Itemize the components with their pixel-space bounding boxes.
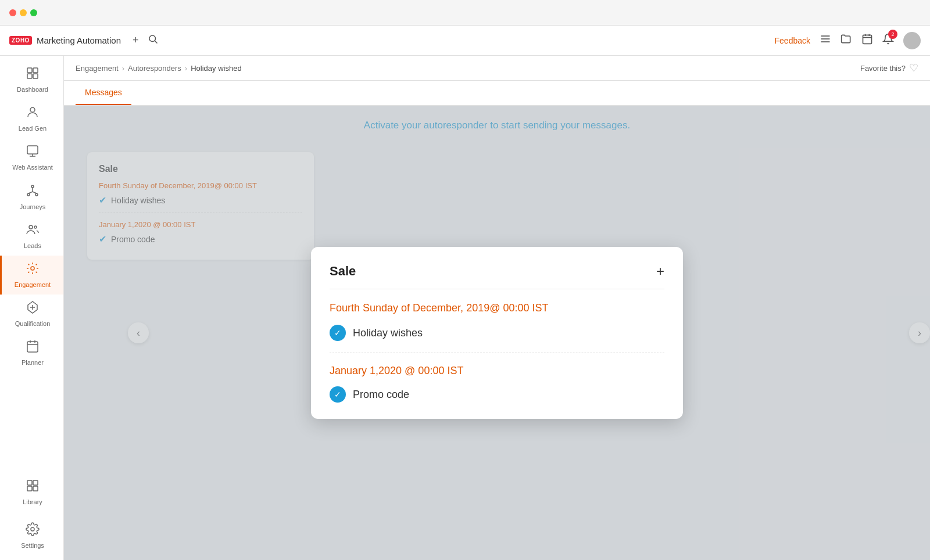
maximize-button[interactable] [30, 9, 37, 16]
title-bar [0, 0, 930, 26]
qualification-icon [26, 300, 40, 318]
leads-label: Leads [24, 242, 41, 250]
modal-item-2: ✓ Promo code [330, 386, 664, 403]
svg-rect-5 [863, 35, 872, 44]
svg-point-15 [31, 185, 34, 188]
logo-area: ZOHO Marketing Automation [9, 35, 121, 45]
svg-rect-32 [33, 480, 38, 485]
leads-icon [26, 222, 40, 240]
page-content: Activate your autoresponder to start sen… [64, 106, 930, 560]
modal-divider [330, 289, 664, 289]
add-icon[interactable]: + [133, 34, 139, 46]
breadcrumb-autoresponders[interactable]: Autoresponders [128, 64, 181, 73]
breadcrumb-current: Holiday wished [191, 64, 241, 73]
feedback-link[interactable]: Feedback [775, 36, 810, 45]
top-nav-right: Feedback 2 [775, 32, 921, 49]
planner-label: Planner [22, 359, 44, 367]
sidebar: Dashboard Lead Gen Web Assistant Journey… [0, 56, 64, 560]
settings-label: Settings [21, 542, 44, 550]
svg-point-23 [31, 267, 34, 270]
modal-date-2: January 1,2020 @ 00:00 IST [330, 365, 664, 377]
zoho-logo: ZOHO [9, 36, 32, 45]
avatar[interactable] [903, 32, 921, 49]
svg-rect-33 [27, 486, 32, 491]
nav-icons: + [133, 34, 159, 47]
lead-gen-icon [26, 105, 40, 123]
web-assistant-icon [26, 144, 40, 161]
sidebar-item-qualification[interactable]: Qualification [0, 295, 63, 333]
svg-rect-9 [27, 68, 32, 73]
breadcrumb-right: Favorite this? ♡ [860, 62, 918, 74]
main-layout: Dashboard Lead Gen Web Assistant Journey… [0, 56, 930, 560]
svg-rect-10 [33, 68, 38, 73]
library-label: Library [23, 498, 42, 506]
sidebar-item-settings[interactable]: Settings [0, 516, 63, 555]
bell-icon[interactable]: 2 [882, 33, 894, 48]
search-icon[interactable] [148, 34, 158, 47]
modal-check-2: ✓ [330, 386, 346, 403]
modal-overlay: Sale + Fourth Sunday of December, 2019@ … [64, 106, 930, 560]
svg-rect-12 [33, 74, 38, 78]
traffic-lights [9, 9, 37, 16]
breadcrumb: Engagement › Autoresponders › Holiday wi… [64, 56, 930, 81]
web-assistant-label: Web Assistant [12, 164, 53, 171]
modal-item-label-1: Holiday wishes [353, 327, 423, 339]
modal-add-button[interactable]: + [656, 263, 664, 279]
svg-point-22 [34, 226, 37, 228]
tab-messages[interactable]: Messages [76, 81, 131, 105]
engagement-icon [26, 261, 40, 279]
svg-point-17 [35, 193, 38, 196]
dashboard-label: Dashboard [17, 86, 48, 94]
modal-check-1: ✓ [330, 325, 346, 341]
notification-badge: 2 [888, 30, 897, 39]
svg-point-21 [29, 225, 33, 229]
list-icon[interactable] [820, 33, 831, 48]
breadcrumb-sep-1: › [122, 64, 124, 73]
content-area: Engagement › Autoresponders › Holiday wi… [64, 56, 930, 560]
modal-item-1: ✓ Holiday wishes [330, 325, 664, 341]
tabs-bar: Messages [64, 81, 930, 106]
engagement-label: Engagement [15, 281, 51, 289]
sidebar-item-engagement[interactable]: Engagement [0, 256, 63, 295]
sidebar-item-web-assistant[interactable]: Web Assistant [0, 138, 63, 177]
close-button[interactable] [9, 9, 16, 16]
sidebar-item-library[interactable]: Library [0, 473, 63, 512]
calendar-icon[interactable] [861, 33, 873, 48]
svg-line-19 [28, 192, 33, 193]
favorite-label: Favorite this? [860, 64, 906, 73]
breadcrumb-sep-2: › [185, 64, 187, 73]
svg-rect-34 [33, 486, 38, 491]
svg-rect-31 [27, 480, 32, 485]
journeys-label: Journeys [20, 203, 46, 211]
svg-rect-27 [27, 342, 38, 352]
svg-point-16 [27, 193, 30, 196]
sidebar-item-leads[interactable]: Leads [0, 217, 63, 256]
svg-point-0 [149, 35, 156, 42]
svg-rect-14 [27, 146, 38, 154]
modal-dashed-divider [330, 353, 664, 353]
modal-card: Sale + Fourth Sunday of December, 2019@ … [311, 247, 683, 419]
app-title: Marketing Automation [37, 35, 121, 45]
heart-icon[interactable]: ♡ [909, 62, 918, 74]
sidebar-item-journeys[interactable]: Journeys [0, 178, 63, 217]
top-nav: ZOHO Marketing Automation + Feedback 2 [0, 26, 930, 56]
svg-point-13 [30, 107, 35, 112]
modal-item-label-2: Promo code [353, 389, 409, 401]
dashboard-icon [26, 66, 40, 84]
lead-gen-label: Lead Gen [19, 125, 46, 132]
modal-header: Sale + [330, 263, 664, 279]
svg-line-1 [155, 41, 158, 43]
sidebar-item-planner[interactable]: Planner [0, 333, 63, 372]
breadcrumb-engagement[interactable]: Engagement [76, 64, 119, 73]
minimize-button[interactable] [20, 9, 27, 16]
qualification-label: Qualification [15, 320, 51, 328]
modal-date-1: Fourth Sunday of December, 2019@ 00:00 I… [330, 301, 664, 315]
journeys-icon [26, 184, 40, 201]
sidebar-item-dashboard[interactable]: Dashboard [0, 60, 63, 99]
svg-line-20 [33, 192, 37, 193]
modal-title: Sale [330, 264, 356, 279]
library-icon [26, 479, 40, 496]
folder-icon[interactable] [840, 33, 852, 48]
sidebar-item-lead-gen[interactable]: Lead Gen [0, 99, 63, 138]
planner-icon [26, 339, 40, 357]
